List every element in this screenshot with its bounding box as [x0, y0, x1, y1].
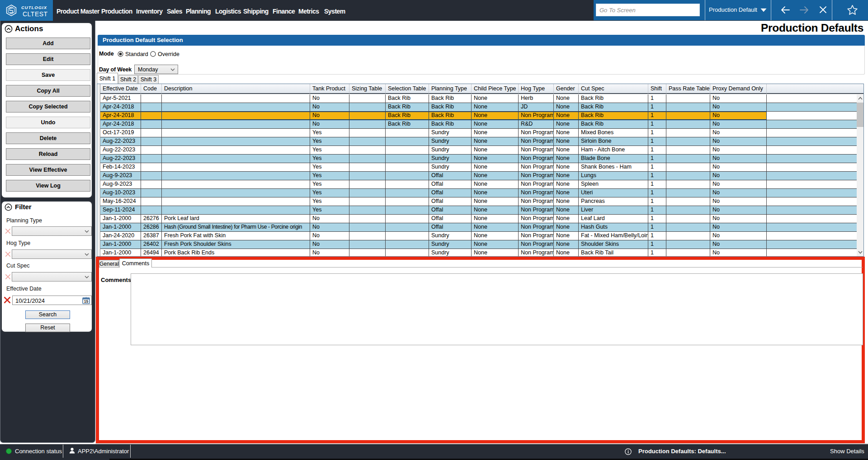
- svg-text:15: 15: [84, 299, 89, 304]
